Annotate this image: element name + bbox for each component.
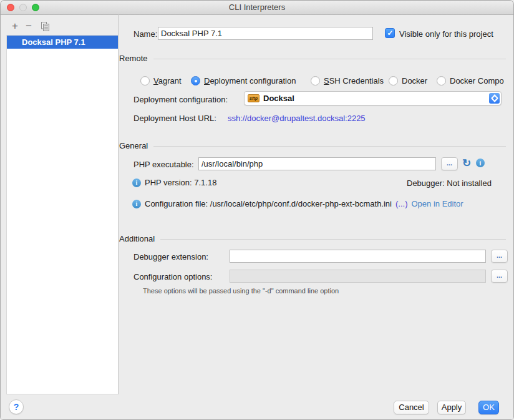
radio-ssh-credentials[interactable]: SSH Credentials (311, 76, 384, 86)
reload-phpinfo-icon[interactable]: ↻ (462, 157, 471, 170)
configuration-options-hint: These options will be passed using the "… (143, 287, 339, 295)
deployment-configuration-label: Deployment configuration: (133, 95, 228, 104)
deployment-host-url-label: Deployment Host URL: (133, 114, 216, 123)
info-icon: i (132, 178, 141, 187)
apply-button[interactable]: Apply (437, 401, 466, 414)
php-executable-label: PHP executable: (133, 160, 194, 169)
configuration-options-input (230, 270, 486, 283)
section-general: General (119, 140, 506, 150)
radio-icon (311, 76, 320, 85)
radio-docker[interactable]: Docker (389, 76, 427, 86)
cli-interpreters-dialog: CLI Interpreters + − Docksal PHP 7.1 Nam… (0, 0, 514, 420)
radio-deployment-configuration[interactable]: Deployment configuration (191, 76, 296, 86)
copy-icon (41, 22, 49, 34)
section-general-line (153, 146, 506, 147)
section-additional-label: Additional (119, 234, 155, 243)
section-remote: Remote (119, 53, 506, 63)
cancel-button[interactable]: Cancel (394, 401, 429, 414)
configuration-file-row: i Configuration file: /usr/local/etc/php… (132, 199, 463, 208)
ok-button[interactable]: OK (478, 401, 499, 414)
radio-vagrant[interactable]: Vagrant (140, 76, 182, 86)
sidebar-separator (118, 14, 119, 394)
section-additional: Additional (119, 233, 506, 243)
deployment-configuration-select[interactable]: sftp Docksal (244, 91, 502, 105)
configuration-options-label: Configuration options: (133, 272, 212, 281)
section-remote-line (153, 59, 506, 59)
interpreter-list: Docksal PHP 7.1 (6, 35, 118, 394)
section-additional-line (160, 239, 506, 240)
copy-interpreter-button[interactable] (40, 22, 50, 33)
deployment-configuration-value: Docksal (263, 94, 294, 103)
radio-icon (437, 76, 446, 85)
php-executable-browse-button[interactable]: ... (441, 157, 458, 170)
titlebar[interactable]: CLI Interpreters (1, 1, 513, 15)
debugger-extension-browse-button[interactable]: ... (491, 250, 508, 263)
configuration-file-text: Configuration file: /usr/local/etc/php/c… (145, 199, 392, 208)
php-executable-input[interactable] (198, 157, 436, 170)
radio-icon (191, 76, 200, 85)
deployment-host-url-value: ssh://docker@drupaltest.docksal:2225 (228, 114, 366, 123)
radio-docker-compose[interactable]: Docker Compo (437, 76, 504, 86)
name-input[interactable] (158, 27, 373, 40)
chevron-up-down-icon (489, 93, 500, 104)
configuration-file-more-link[interactable]: (...) (395, 199, 408, 208)
help-button[interactable]: ? (9, 399, 24, 414)
visible-only-label: Visible only for this project (399, 29, 493, 39)
info-icon: i (132, 200, 141, 208)
name-label: Name: (133, 29, 157, 39)
show-phpinfo-icon[interactable]: i (476, 159, 485, 167)
debugger-extension-label: Debugger extension: (133, 252, 208, 261)
open-in-editor-link[interactable]: Open in Editor (411, 199, 463, 208)
debugger-extension-input[interactable] (230, 250, 486, 263)
visible-only-checkbox[interactable] (385, 28, 395, 38)
remove-interpreter-button[interactable]: − (24, 21, 34, 32)
add-interpreter-button[interactable]: + (10, 21, 20, 32)
section-remote-label: Remote (119, 54, 148, 63)
configuration-options-browse-button[interactable]: ... (491, 270, 508, 283)
php-version-text: PHP version: 7.1.18 (145, 178, 216, 187)
php-version-row: i PHP version: 7.1.18 (132, 178, 216, 187)
section-general-label: General (119, 141, 148, 150)
radio-icon (389, 76, 398, 85)
window-title: CLI Interpreters (1, 1, 513, 14)
debugger-status-text: Debugger: Not installed (407, 178, 492, 188)
radio-icon (140, 76, 150, 85)
footer-bar: ? Cancel Apply OK (1, 394, 513, 420)
list-item-docksal-php[interactable]: Docksal PHP 7.1 (7, 36, 118, 49)
sftp-icon: sftp (248, 94, 259, 102)
